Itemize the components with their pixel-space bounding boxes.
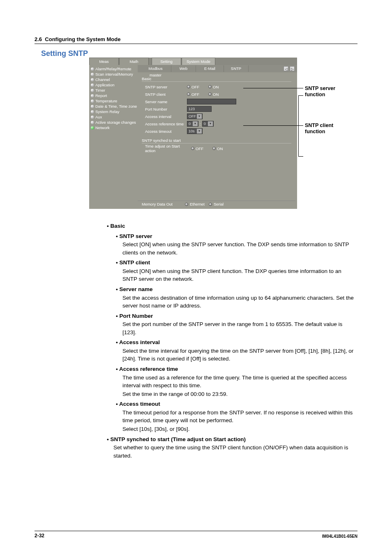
group-synched: SNTP synched to start (142, 138, 291, 143)
tab-math[interactable]: Math (119, 58, 149, 65)
radio-off[interactable] (187, 92, 190, 96)
dropdown-timeout[interactable]: 10s (187, 128, 203, 134)
dropdown-ref-min[interactable]: 0 (202, 121, 214, 127)
dot-icon (91, 94, 94, 97)
desc-ref2: Set the time in the range of 00:00 to 23… (122, 390, 357, 398)
subtab-modbus[interactable]: Modbus master (140, 65, 171, 72)
dot-icon (91, 121, 94, 124)
callout-bracket-top (298, 95, 303, 96)
callout-server: SNTP server function (305, 86, 342, 98)
desc-sntp-client: Select [ON] when using the SNTP client f… (122, 267, 357, 283)
dot-icon (91, 78, 94, 81)
heading-timeout: Access timeout (122, 400, 357, 408)
section-number: 2.6 (35, 36, 42, 42)
dot-icon (91, 105, 94, 108)
radio-ethernet[interactable] (185, 203, 188, 206)
desc-sntp-server: Select [ON] when using the SNTP server f… (122, 240, 357, 257)
tab-row-1: Meas Math Setting System Mode (89, 58, 297, 65)
sidebar-item-systemrelay[interactable]: System Relay (91, 109, 136, 114)
heading-sntp-server: SNTP server (122, 232, 357, 240)
label-access-interval: Access interval (142, 114, 187, 119)
heading-ref: Access reference time (122, 365, 357, 373)
row-port: Port Number 123 (142, 105, 291, 113)
tab-meas[interactable]: Meas (89, 58, 119, 65)
callout-bracket (298, 95, 299, 156)
desc-sync: Set whether to query the time using the … (113, 444, 357, 460)
sidebar-item-report[interactable]: Report (91, 93, 136, 98)
tab-system-mode[interactable]: System Mode (182, 58, 215, 65)
label-sntp-client: SNTP client (142, 92, 187, 97)
section-title: Configuring the System Mode (45, 36, 120, 42)
row-access-interval: Access interval OFF (142, 113, 291, 120)
desc-ref1: The time used as a reference for the tim… (122, 374, 357, 390)
sidebar-item-aux[interactable]: Aux (91, 114, 136, 120)
page-title: Setting SNTP (41, 49, 88, 58)
subtab-email[interactable]: E-Mail (196, 65, 224, 72)
sidebar-item-scan[interactable]: Scan interval/Memory (91, 72, 136, 77)
radio-on[interactable] (212, 147, 216, 150)
row-server-name: Server name (142, 98, 291, 105)
sidebar-item-channel[interactable]: Channel (91, 77, 136, 82)
radio-on[interactable] (208, 85, 212, 88)
input-port[interactable]: 123 (187, 106, 212, 112)
label-port: Port Number (142, 107, 187, 111)
desc-port: Set the port number of the SNTP server i… (122, 320, 357, 336)
sidebar-item-timer[interactable]: Timer (91, 88, 136, 93)
dot-icon (91, 89, 94, 92)
sidebar-item-network[interactable]: Network (91, 125, 136, 130)
subtab-sntp[interactable]: SNTP (224, 65, 249, 72)
callout-line-server (243, 88, 303, 88)
sidebar-item-date[interactable]: Date & Time, Time zone (91, 104, 136, 109)
row-sntp-client: SNTP client OFF ON (142, 90, 291, 98)
footer-rule (35, 531, 357, 531)
content-pane: Basic SNTP server OFF ON SNTP client OFF… (138, 73, 295, 207)
label-time-adjust: Time adjust on Start action (142, 144, 191, 153)
screenshot: Meas Math Setting System Mode Alarm/Rela… (89, 58, 297, 209)
heading-port: Port Number (122, 312, 357, 320)
sidebar-item-temperature[interactable]: Temperature (91, 98, 136, 104)
radio-serial[interactable] (209, 203, 212, 206)
body-text: Basic SNTP server Select [ON] when using… (107, 220, 357, 460)
radio-off[interactable] (187, 85, 190, 88)
next-button[interactable]: ▷ (290, 66, 295, 71)
label-access-ref: Access reference time (142, 122, 187, 126)
radio-off[interactable] (191, 147, 194, 150)
desc-server-name: Set the access destination of time infor… (122, 294, 357, 310)
desc-interval: Select the time interval for querying th… (122, 347, 357, 363)
dot-icon (91, 126, 94, 130)
heading-sync: SNTP synched to start (Time adjust on St… (113, 435, 357, 444)
heading-server-name: Server name (122, 285, 357, 294)
label-sntp-server: SNTP server (142, 85, 187, 89)
radio-on[interactable] (208, 92, 212, 96)
dot-icon (91, 110, 94, 113)
dropdown-ref-hour[interactable]: 0 (187, 121, 198, 127)
dot-icon (91, 67, 94, 71)
desc-timeout1: The timeout period for a response from t… (122, 409, 357, 425)
sidebar: Alarm/Relay/Remote Scan interval/Memory … (89, 65, 138, 132)
sidebar-item-alarm[interactable]: Alarm/Relay/Remote (91, 66, 136, 72)
dot-icon (91, 73, 94, 76)
row-access-ref: Access reference time 0 : 0 (142, 120, 291, 127)
header-rule (35, 44, 357, 44)
dot-icon (91, 83, 94, 87)
doc-id: IM04L41B01-65EN (322, 534, 357, 539)
input-server-name[interactable] (187, 99, 236, 104)
row-sntp-server: SNTP server OFF ON (142, 83, 291, 90)
tab-setting[interactable]: Setting (152, 58, 181, 65)
sidebar-item-application[interactable]: Application (91, 82, 136, 88)
desc-timeout2: Select [10s], [30s], or [90s]. (122, 425, 357, 433)
page-number: 2-32 (35, 533, 44, 539)
label-server-name: Server name (142, 99, 187, 104)
label-access-timeout: Access timeout (142, 129, 187, 134)
dropdown-interval[interactable]: OFF (187, 113, 203, 119)
callout-line-client (243, 125, 303, 126)
memory-data-out: Memory Data Out (142, 202, 173, 206)
heading-basic: Basic (113, 222, 357, 230)
page-header: 2.6 Configuring the System Mode (35, 36, 120, 42)
heading-sntp-client: SNTP client (122, 259, 357, 267)
heading-interval: Access interval (122, 338, 357, 347)
prev-button[interactable]: ◁ (284, 66, 288, 71)
subtab-web[interactable]: Web (171, 65, 196, 72)
group-basic: Basic (142, 76, 291, 82)
sidebar-item-active[interactable]: Active storage changes (91, 120, 136, 125)
